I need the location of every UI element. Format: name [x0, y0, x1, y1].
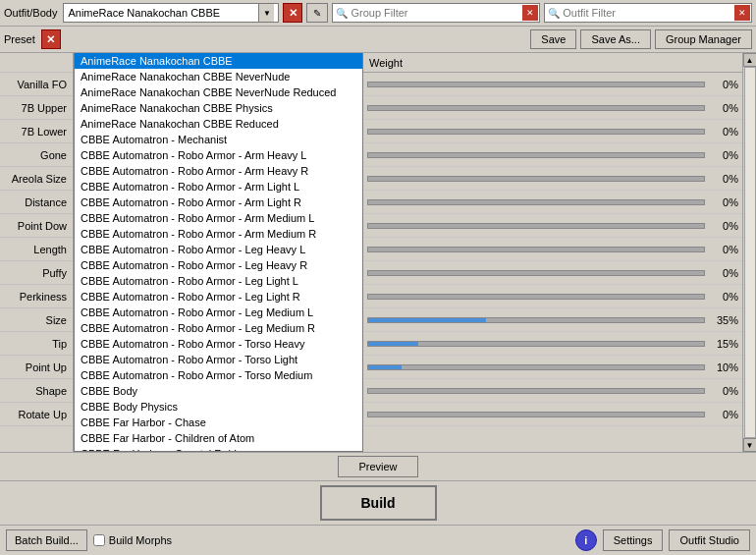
list-item[interactable]: CBBE Automatron - Robo Armor - Torso Lig…	[75, 352, 362, 367]
outfit-studio-button[interactable]: Outfit Studio	[669, 529, 750, 551]
slider-track-areola-size[interactable]	[367, 176, 705, 182]
slider-label-point-dow: Point Dow	[0, 214, 73, 238]
list-item[interactable]: CBBE Automatron - Robo Armor - Arm Mediu…	[75, 210, 362, 226]
slider-label-puffy: Puffy	[0, 261, 73, 285]
list-item[interactable]: CBBE Body Physics	[75, 399, 362, 415]
list-item[interactable]: CBBE Automatron - Robo Armor - Torso Med…	[75, 367, 362, 383]
slider-track-distance[interactable]	[367, 199, 705, 205]
scroll-down-button[interactable]: ▼	[743, 438, 757, 452]
list-item[interactable]: CBBE Automatron - Robo Armor - Leg Heavy…	[75, 257, 362, 273]
slider-label-size: Size	[0, 308, 73, 332]
list-item[interactable]: CBBE Far Harbor - Chase	[75, 415, 362, 430]
list-item[interactable]: AnimeRace Nanakochan CBBE Reduced	[75, 116, 362, 132]
slider-label-distance: Distance	[0, 191, 73, 214]
build-morphs-label: Build Morphs	[109, 534, 172, 546]
slider-label-rotate-up: Rotate Up	[0, 403, 73, 426]
slider-value-length: 0%	[709, 244, 738, 255]
outfit-filter-clear[interactable]: ✕	[734, 5, 750, 21]
slider-track-point-dow[interactable]	[367, 223, 705, 229]
list-item[interactable]: CBBE Automatron - Mechanist	[75, 132, 362, 147]
slider-track-size[interactable]	[367, 317, 705, 323]
slider-row-7b-upper: 0%	[363, 96, 742, 120]
list-item[interactable]: AnimeRace Nanakochan CBBE NeverNude Redu…	[75, 84, 362, 100]
list-item[interactable]: CBBE Automatron - Robo Armor - Arm Light…	[75, 194, 362, 210]
list-item[interactable]: CBBE Automatron - Robo Armor - Arm Heavy…	[75, 147, 362, 163]
list-item[interactable]: CBBE Automatron - Robo Armor - Leg Mediu…	[75, 320, 362, 336]
left-panel: Vanilla FO 7B Upper 7B Lower Gone Areola…	[0, 53, 74, 452]
build-section: Build	[0, 480, 756, 525]
list-item[interactable]: CBBE Far Harbor - Coastal Raider	[75, 446, 362, 451]
slider-track-puffy[interactable]	[367, 270, 705, 276]
slider-value-tip: 15%	[709, 338, 738, 350]
batch-build-button[interactable]: Batch Build...	[6, 529, 87, 551]
list-item[interactable]: CBBE Automatron - Robo Armor - Arm Light…	[75, 179, 362, 194]
build-morphs-checkbox[interactable]	[93, 534, 105, 546]
group-filter-clear[interactable]: ✕	[522, 5, 538, 21]
slider-track-vanilla-fo[interactable]	[367, 82, 705, 87]
outfit-dropdown-arrow[interactable]: ▼	[258, 4, 274, 22]
list-item[interactable]: CBBE Body	[75, 383, 362, 399]
list-item[interactable]: CBBE Automatron - Robo Armor - Arm Heavy…	[75, 163, 362, 179]
slider-track-shape[interactable]	[367, 388, 705, 394]
slider-row-point-up: 10%	[363, 356, 742, 379]
slider-label-7b-upper: 7B Upper	[0, 96, 73, 120]
slider-value-gone: 0%	[709, 149, 738, 161]
slider-label-7b-lower: 7B Lower	[0, 120, 73, 143]
list-item[interactable]: CBBE Automatron - Robo Armor - Leg Light…	[75, 289, 362, 305]
slider-row-length: 0%	[363, 238, 742, 261]
outfit-edit-icon[interactable]: ✎	[306, 3, 328, 23]
preview-button[interactable]: Preview	[338, 456, 417, 477]
outfit-selected-text: AnimeRace Nanakochan CBBE	[68, 7, 258, 19]
list-item[interactable]: CBBE Automatron - Robo Armor - Leg Heavy…	[75, 242, 362, 257]
slider-track-length[interactable]	[367, 247, 705, 252]
settings-button[interactable]: Settings	[603, 529, 664, 551]
slider-value-puffy: 0%	[709, 267, 738, 279]
save-button[interactable]: Save	[530, 29, 576, 49]
slider-track-perkiness[interactable]	[367, 294, 705, 300]
group-filter-input[interactable]	[351, 4, 521, 22]
group-manager-button[interactable]: Group Manager	[655, 29, 752, 49]
outfit-clear-button[interactable]: ✕	[283, 3, 302, 23]
weight-header: Weight	[363, 53, 742, 73]
build-button[interactable]: Build	[320, 485, 437, 521]
slider-track-point-up[interactable]	[367, 364, 705, 370]
slider-label-length: Length	[0, 238, 73, 261]
scroll-track[interactable]	[744, 67, 756, 438]
list-item[interactable]: AnimeRace Nanakochan CBBE Physics	[75, 100, 362, 116]
outfit-dropdown[interactable]: AnimeRace Nanakochan CBBE ▼	[63, 3, 279, 23]
slider-row-shape: 0%	[363, 379, 742, 403]
list-item[interactable]: CBBE Automatron - Robo Armor - Leg Mediu…	[75, 305, 362, 320]
slider-track-gone[interactable]	[367, 152, 705, 158]
preview-row: Preview	[0, 452, 756, 480]
outfit-filter-search-icon: 🔍	[545, 8, 563, 19]
slider-value-point-dow: 0%	[709, 220, 738, 232]
dropdown-scroll[interactable]: AnimeRace Nanakochan CBBE AnimeRace Nana…	[75, 53, 362, 451]
group-filter-search-icon: 🔍	[333, 8, 351, 19]
build-morphs-area: Build Morphs	[93, 534, 172, 546]
group-filter-box: 🔍 ✕	[332, 3, 540, 23]
list-item[interactable]: CBBE Automatron - Robo Armor - Torso Hea…	[75, 336, 362, 352]
info-button[interactable]: i	[575, 529, 597, 551]
footer-bar: Batch Build... Build Morphs i Settings O…	[0, 525, 756, 555]
slider-value-rotate-up: 0%	[709, 409, 738, 420]
right-scrollbar[interactable]: ▲ ▼	[742, 53, 756, 452]
list-item[interactable]: CBBE Far Harbor - Children of Atom	[75, 430, 362, 446]
save-as-button[interactable]: Save As...	[580, 29, 651, 49]
slider-row-point-dow: 0%	[363, 214, 742, 238]
top-bar: Outfit/Body AnimeRace Nanakochan CBBE ▼ …	[0, 0, 756, 27]
list-item[interactable]: AnimeRace Nanakochan CBBE NeverNude	[75, 69, 362, 84]
slider-track-7b-lower[interactable]	[367, 129, 705, 135]
main-content: Vanilla FO 7B Upper 7B Lower Gone Areola…	[0, 53, 756, 452]
slider-value-distance: 0%	[709, 196, 738, 208]
slider-label-vanilla-fo: Vanilla FO	[0, 73, 73, 96]
list-item[interactable]: AnimeRace Nanakochan CBBE	[75, 53, 362, 69]
scroll-up-button[interactable]: ▲	[743, 53, 757, 67]
slider-track-rotate-up[interactable]	[367, 412, 705, 417]
slider-track-tip[interactable]	[367, 341, 705, 347]
list-item[interactable]: CBBE Automatron - Robo Armor - Leg Light…	[75, 273, 362, 289]
slider-track-7b-upper[interactable]	[367, 105, 705, 111]
outfit-filter-input[interactable]	[563, 4, 733, 22]
list-item[interactable]: CBBE Automatron - Robo Armor - Arm Mediu…	[75, 226, 362, 242]
slider-value-7b-lower: 0%	[709, 126, 738, 138]
preset-clear-button[interactable]: ✕	[41, 29, 61, 49]
